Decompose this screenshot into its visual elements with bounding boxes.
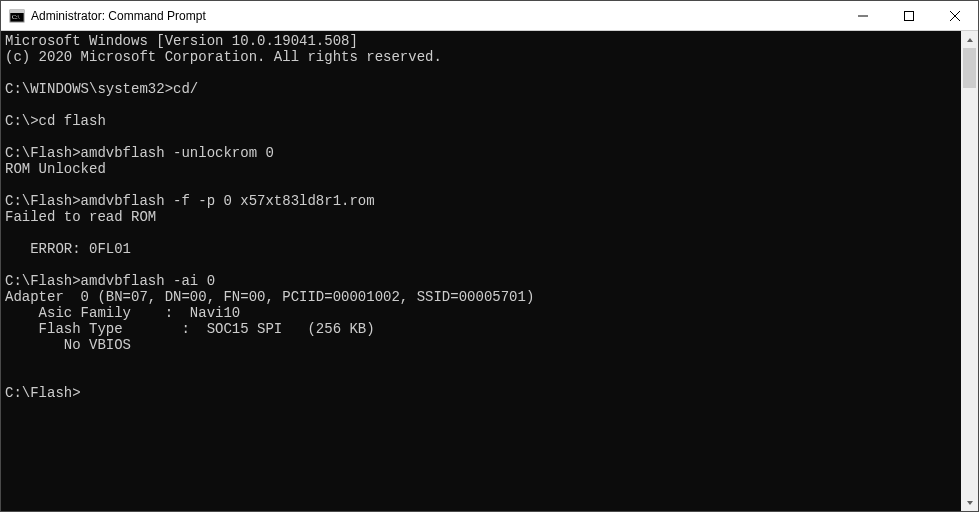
minimize-button[interactable]	[840, 1, 886, 30]
svg-marker-7	[967, 38, 973, 42]
maximize-button[interactable]	[886, 1, 932, 30]
window-buttons	[840, 1, 978, 30]
titlebar[interactable]: C:\ Administrator: Command Prompt	[1, 1, 978, 31]
window-title: Administrator: Command Prompt	[31, 9, 840, 23]
scroll-thumb[interactable]	[963, 48, 976, 88]
scroll-down-button[interactable]	[961, 494, 978, 511]
vertical-scrollbar[interactable]	[961, 31, 978, 511]
scroll-up-button[interactable]	[961, 31, 978, 48]
scroll-track[interactable]	[961, 48, 978, 494]
svg-marker-8	[967, 501, 973, 505]
client-area: Microsoft Windows [Version 10.0.19041.50…	[1, 31, 978, 511]
svg-text:C:\: C:\	[12, 14, 20, 20]
svg-rect-1	[10, 10, 24, 13]
close-button[interactable]	[932, 1, 978, 30]
svg-rect-4	[905, 11, 914, 20]
window-frame: C:\ Administrator: Command Prompt Micros…	[0, 0, 979, 512]
terminal-output[interactable]: Microsoft Windows [Version 10.0.19041.50…	[1, 31, 961, 511]
app-icon: C:\	[9, 8, 25, 24]
